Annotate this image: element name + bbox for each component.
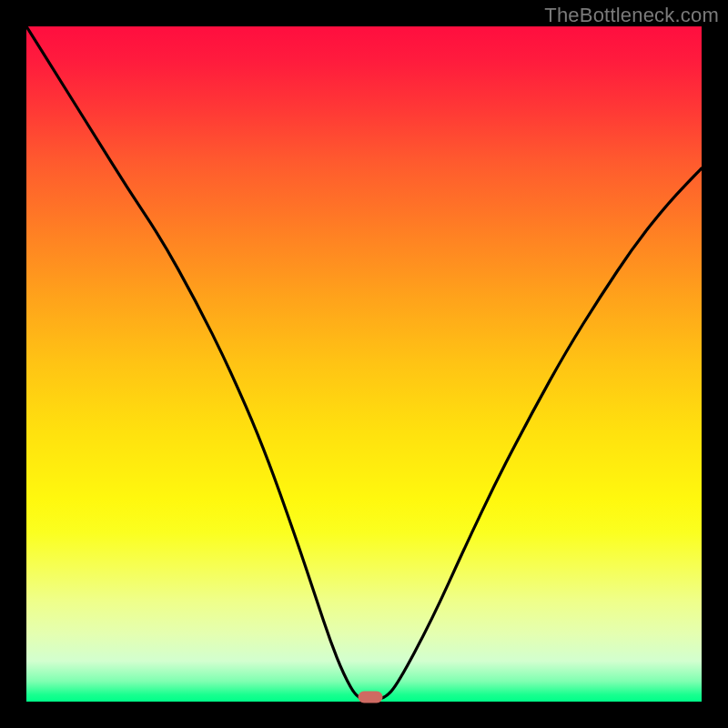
attribution-watermark: TheBottleneck.com bbox=[544, 4, 719, 27]
plot-area bbox=[26, 26, 702, 702]
bottleneck-curve bbox=[26, 26, 702, 702]
curve-path bbox=[26, 26, 702, 699]
optimal-marker bbox=[359, 691, 383, 703]
